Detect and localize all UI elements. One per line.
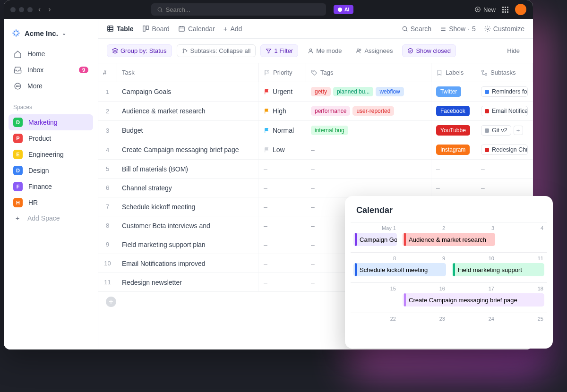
cell-task[interactable]: Field marketing support plan: [117, 235, 259, 254]
col-tags[interactable]: Tags: [306, 63, 431, 82]
cell-priority[interactable]: High: [259, 102, 306, 120]
filter-assignees[interactable]: Assignees: [351, 45, 397, 57]
calendar-cell[interactable]: 2Audience & market research: [400, 222, 449, 252]
ai-button[interactable]: AI: [334, 5, 353, 14]
cell-task[interactable]: Email Notifications improved: [117, 254, 259, 273]
toolbar-show[interactable]: Show · 5: [440, 25, 476, 33]
cell-priority[interactable]: –: [259, 273, 306, 291]
tag-chip[interactable]: webflow: [376, 87, 404, 96]
calendar-cell[interactable]: May 1Campaign Goals: [351, 222, 400, 252]
cell-task[interactable]: Channel strategy: [117, 179, 259, 197]
cell-task[interactable]: Campaign Goals: [117, 82, 259, 101]
label-pill[interactable]: Facebook: [436, 106, 470, 116]
sidebar-space-design[interactable]: DDesign: [9, 162, 93, 179]
sidebar-space-finance[interactable]: FFinance: [9, 179, 93, 195]
cell-priority[interactable]: Normal: [259, 121, 306, 140]
cell-task[interactable]: Create Campaign messaging brief page: [117, 140, 259, 159]
subtask-chip[interactable]: Reminders for: [481, 86, 528, 97]
calendar-cell[interactable]: 10Field marketing support: [449, 252, 498, 282]
cell-tags[interactable]: –: [306, 140, 431, 159]
cell-priority[interactable]: –: [259, 179, 306, 197]
cell-priority[interactable]: Urgent: [259, 82, 306, 101]
calendar-cell[interactable]: 4: [498, 222, 547, 252]
cell-labels[interactable]: –: [431, 160, 476, 178]
cell-tags[interactable]: –: [306, 160, 431, 178]
subtask-chip[interactable]: Email Notificat: [481, 106, 528, 116]
calendar-event[interactable]: Campaign Goals: [353, 233, 397, 246]
add-subtask-button[interactable]: +: [514, 126, 523, 135]
sidebar-space-engineering[interactable]: EEngineering: [9, 146, 93, 162]
nav-home[interactable]: Home: [9, 46, 93, 61]
calendar-cell[interactable]: 18: [498, 282, 547, 313]
user-avatar[interactable]: [515, 4, 526, 15]
cell-tags[interactable]: gettyplanned bu...webflow: [306, 82, 431, 101]
calendar-cell[interactable]: 8Schedule kickoff meeting: [351, 252, 400, 282]
cell-subtasks[interactable]: Git v2+: [476, 121, 533, 140]
table-row[interactable]: 2 Audience & market research High perfor…: [98, 102, 533, 121]
filter-hide[interactable]: Hide: [502, 45, 524, 57]
cell-task[interactable]: Redesign newsletter: [117, 273, 259, 291]
calendar-cell[interactable]: 25: [498, 313, 547, 343]
cell-labels[interactable]: Facebook: [431, 102, 476, 120]
table-row[interactable]: 5 Bill of materials (BOM) – – – –: [98, 160, 533, 179]
tag-chip[interactable]: performance: [311, 106, 350, 116]
cell-tags[interactable]: internal bug: [306, 121, 431, 140]
global-search-input[interactable]: Search...: [151, 3, 326, 16]
sidebar-space-marketing[interactable]: DMarketing: [9, 114, 93, 130]
filter-count[interactable]: 1 Filter: [260, 44, 298, 57]
nav-inbox[interactable]: Inbox 9: [9, 62, 93, 77]
cell-priority[interactable]: –: [259, 160, 306, 178]
workspace-switcher[interactable]: Acme Inc. ⌄: [9, 26, 93, 46]
tab-add-view[interactable]: + Add: [223, 25, 242, 33]
subtask-chip[interactable]: Redesign Chro: [481, 145, 528, 155]
tab-table[interactable]: Table: [107, 25, 134, 33]
calendar-cell[interactable]: 16Create Campaign messaging brief page: [400, 282, 449, 313]
label-pill[interactable]: Instagram: [436, 145, 470, 155]
col-subtasks[interactable]: Subtasks: [476, 63, 533, 82]
calendar-cell[interactable]: 11: [498, 252, 547, 282]
cell-task[interactable]: Customer Beta interviews and: [117, 216, 259, 235]
cell-priority[interactable]: Low: [259, 140, 306, 159]
cell-labels[interactable]: YouTubbe: [431, 121, 476, 140]
tag-chip[interactable]: internal bug: [311, 126, 348, 135]
sidebar-space-product[interactable]: PProduct: [9, 130, 93, 146]
tag-chip[interactable]: getty: [311, 87, 331, 96]
tag-chip[interactable]: user-reported: [352, 106, 394, 116]
apps-grid-icon[interactable]: [502, 7, 508, 13]
cell-priority[interactable]: –: [259, 216, 306, 235]
new-button[interactable]: New: [474, 6, 496, 13]
cell-labels[interactable]: Twitter: [431, 82, 476, 101]
calendar-cell[interactable]: 3: [449, 222, 498, 252]
cell-task[interactable]: Bill of materials (BOM): [117, 160, 259, 178]
col-priority[interactable]: Priority: [259, 63, 306, 82]
cell-subtasks[interactable]: –: [476, 179, 533, 197]
filter-me-mode[interactable]: Me mode: [303, 45, 346, 57]
nav-forward-icon[interactable]: ›: [46, 5, 52, 14]
cell-labels[interactable]: Instagram: [431, 140, 476, 159]
label-pill[interactable]: YouTubbe: [436, 125, 470, 136]
nav-more[interactable]: More: [9, 78, 93, 94]
calendar-cell[interactable]: 23: [400, 313, 449, 343]
col-task[interactable]: Task: [117, 63, 259, 82]
calendar-cell[interactable]: 22: [351, 313, 400, 343]
sidebar-space-hr[interactable]: HHR: [9, 195, 93, 211]
calendar-cell[interactable]: 9: [400, 252, 449, 282]
cell-subtasks[interactable]: Redesign Chro: [476, 140, 533, 159]
tab-calendar[interactable]: Calendar: [178, 25, 215, 33]
cell-tags[interactable]: performanceuser-reported: [306, 102, 431, 120]
cell-priority[interactable]: –: [259, 254, 306, 273]
toolbar-customize[interactable]: Customize: [484, 25, 524, 33]
nav-back-icon[interactable]: ‹: [36, 5, 43, 14]
cell-priority[interactable]: –: [259, 235, 306, 254]
calendar-cell[interactable]: 17: [449, 282, 498, 313]
table-row[interactable]: 1 Campaign Goals Urgent gettyplanned bu.…: [98, 82, 533, 102]
cell-task[interactable]: Budget: [117, 121, 259, 140]
label-pill[interactable]: Twitter: [436, 86, 461, 97]
cell-priority[interactable]: –: [259, 197, 306, 216]
cell-subtasks[interactable]: Email Notificat: [476, 102, 533, 120]
cell-subtasks[interactable]: Reminders for: [476, 82, 533, 101]
filter-group-by[interactable]: Group by: Status: [107, 44, 172, 57]
add-space-button[interactable]: + Add Space: [9, 211, 93, 226]
cell-task[interactable]: Schedule kickoff meeting: [117, 197, 259, 216]
tab-board[interactable]: Board: [142, 25, 170, 33]
